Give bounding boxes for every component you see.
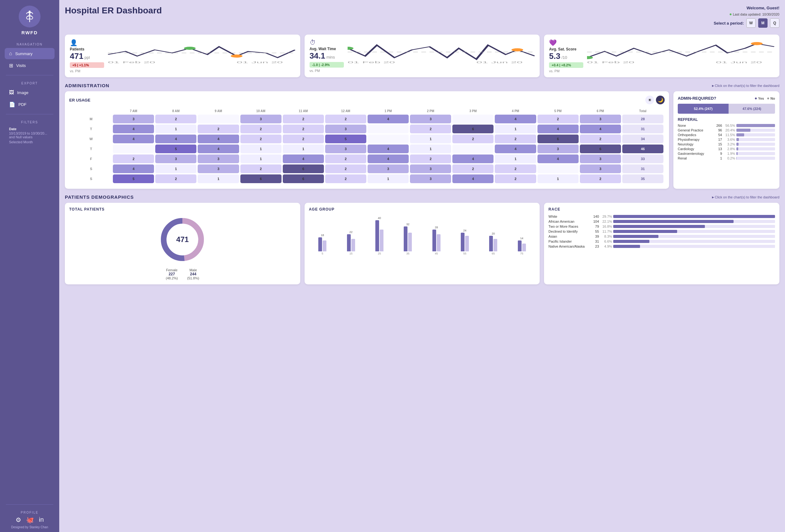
er-cell[interactable]: 2 bbox=[283, 115, 324, 123]
er-cell[interactable]: 3 bbox=[113, 115, 154, 123]
toggle-dark-btn[interactable]: 🌙 bbox=[656, 96, 665, 104]
age-bar-dark[interactable] bbox=[404, 227, 407, 251]
er-cell[interactable]: 6 bbox=[240, 175, 281, 183]
er-cell[interactable]: 2 bbox=[283, 125, 324, 133]
er-cell[interactable]: 1 bbox=[537, 175, 579, 183]
er-cell[interactable]: 2 bbox=[325, 164, 366, 173]
er-cell[interactable]: 3 bbox=[580, 164, 621, 173]
er-cell[interactable]: 1 bbox=[495, 125, 536, 133]
age-bar-light[interactable] bbox=[522, 244, 526, 251]
er-cell[interactable]: 1 bbox=[240, 155, 281, 163]
er-cell[interactable]: 4 bbox=[113, 135, 154, 143]
er-cell[interactable]: 2 bbox=[495, 164, 536, 173]
age-bar-dark[interactable] bbox=[489, 236, 493, 251]
age-bar-light[interactable] bbox=[493, 239, 497, 251]
age-bar-light[interactable] bbox=[351, 239, 355, 251]
er-cell[interactable]: 1 bbox=[495, 155, 536, 163]
er-cell[interactable]: 5 bbox=[155, 144, 196, 153]
er-cell[interactable] bbox=[368, 125, 409, 133]
period-btn-q[interactable]: Q bbox=[770, 18, 779, 28]
er-cell[interactable]: 2 bbox=[325, 155, 366, 163]
er-cell[interactable]: 2 bbox=[452, 164, 493, 173]
er-cell[interactable]: 2 bbox=[240, 125, 281, 133]
er-cell[interactable]: 2 bbox=[198, 125, 239, 133]
age-bar-light[interactable] bbox=[465, 236, 469, 251]
age-bar-light[interactable] bbox=[408, 233, 412, 251]
er-cell[interactable]: 6 bbox=[537, 135, 579, 143]
er-cell[interactable]: 4 bbox=[198, 135, 239, 143]
er-cell[interactable]: 3 bbox=[410, 115, 451, 123]
er-cell[interactable]: 2 bbox=[325, 115, 366, 123]
age-bar-dark[interactable] bbox=[461, 233, 464, 251]
er-cell[interactable]: 2 bbox=[410, 155, 451, 163]
er-cell[interactable]: 2 bbox=[495, 175, 536, 183]
er-cell[interactable]: 3 bbox=[580, 115, 621, 123]
er-cell[interactable]: 3 bbox=[325, 125, 366, 133]
er-cell[interactable]: 2 bbox=[113, 155, 154, 163]
period-btn-m[interactable]: M bbox=[758, 18, 767, 28]
er-cell[interactable]: 4 bbox=[452, 175, 493, 183]
er-cell[interactable]: 3 bbox=[580, 155, 621, 163]
er-cell[interactable]: 4 bbox=[537, 125, 579, 133]
er-cell[interactable]: 2 bbox=[155, 115, 196, 123]
er-cell[interactable]: 2 bbox=[283, 135, 324, 143]
er-cell[interactable]: 5 bbox=[113, 175, 154, 183]
er-cell[interactable]: 4 bbox=[155, 135, 196, 143]
er-cell[interactable] bbox=[113, 144, 154, 153]
er-cell[interactable]: 6 bbox=[283, 175, 324, 183]
er-cell[interactable]: 3 bbox=[410, 175, 451, 183]
er-cell[interactable]: 4 bbox=[368, 155, 409, 163]
er-cell[interactable]: 1 bbox=[368, 175, 409, 183]
settings-icon[interactable]: ⚙ bbox=[16, 516, 21, 524]
er-cell[interactable]: 3 bbox=[537, 144, 579, 153]
er-cell[interactable]: 2 bbox=[240, 135, 281, 143]
linkedin-icon[interactable]: in bbox=[39, 516, 44, 524]
er-cell[interactable]: 2 bbox=[452, 135, 493, 143]
er-cell[interactable]: 1 bbox=[410, 135, 451, 143]
er-cell[interactable]: 3 bbox=[155, 155, 196, 163]
sidebar-item-pdf[interactable]: 📄 PDF bbox=[5, 99, 55, 110]
er-cell[interactable] bbox=[452, 115, 493, 123]
period-btn-w[interactable]: W bbox=[746, 18, 756, 28]
er-cell[interactable]: 4 bbox=[198, 144, 239, 153]
sidebar-item-summary[interactable]: ⌂ Summary bbox=[5, 48, 55, 59]
er-cell[interactable]: 5 bbox=[325, 135, 366, 143]
toggle-light-btn[interactable]: ☀ bbox=[645, 96, 654, 104]
er-cell[interactable]: 6 bbox=[283, 164, 324, 173]
er-cell[interactable]: 4 bbox=[368, 144, 409, 153]
age-bar-dark[interactable] bbox=[318, 237, 322, 251]
er-cell[interactable]: 4 bbox=[113, 164, 154, 173]
admin-bar-yes[interactable]: 52.4% (247) bbox=[678, 104, 729, 114]
er-cell[interactable]: 4 bbox=[452, 155, 493, 163]
er-cell[interactable]: 4 bbox=[495, 115, 536, 123]
er-cell[interactable]: 1 bbox=[155, 125, 196, 133]
er-cell[interactable]: 4 bbox=[580, 125, 621, 133]
age-bar-dark[interactable] bbox=[432, 230, 436, 251]
er-cell[interactable]: 2 bbox=[325, 175, 366, 183]
er-cell[interactable]: 4 bbox=[283, 155, 324, 163]
er-cell[interactable]: 4 bbox=[495, 144, 536, 153]
er-cell[interactable] bbox=[198, 115, 239, 123]
age-bar-light[interactable] bbox=[437, 234, 440, 251]
er-cell[interactable]: 1 bbox=[155, 164, 196, 173]
er-cell[interactable]: 3 bbox=[325, 144, 366, 153]
age-bar-dark[interactable] bbox=[518, 240, 522, 251]
er-cell[interactable]: 4 bbox=[537, 155, 579, 163]
age-bar-light[interactable] bbox=[323, 240, 326, 251]
github-icon[interactable]: 🐙 bbox=[26, 516, 34, 524]
er-cell[interactable]: 2 bbox=[410, 125, 451, 133]
er-cell[interactable]: 1 bbox=[240, 144, 281, 153]
er-cell[interactable]: 6 bbox=[452, 125, 493, 133]
age-bar-light[interactable] bbox=[380, 230, 383, 251]
er-cell[interactable]: 2 bbox=[240, 164, 281, 173]
er-cell[interactable]: 3 bbox=[198, 164, 239, 173]
er-cell[interactable]: 3 bbox=[240, 115, 281, 123]
er-cell[interactable]: 1 bbox=[283, 144, 324, 153]
er-cell[interactable]: 3 bbox=[368, 164, 409, 173]
er-cell[interactable]: 2 bbox=[155, 175, 196, 183]
er-cell[interactable]: 1 bbox=[198, 175, 239, 183]
er-cell[interactable]: 6 bbox=[580, 144, 621, 153]
sidebar-item-image[interactable]: 🖼 Image bbox=[5, 87, 55, 98]
er-cell[interactable]: 2 bbox=[537, 115, 579, 123]
er-cell[interactable]: 3 bbox=[198, 155, 239, 163]
